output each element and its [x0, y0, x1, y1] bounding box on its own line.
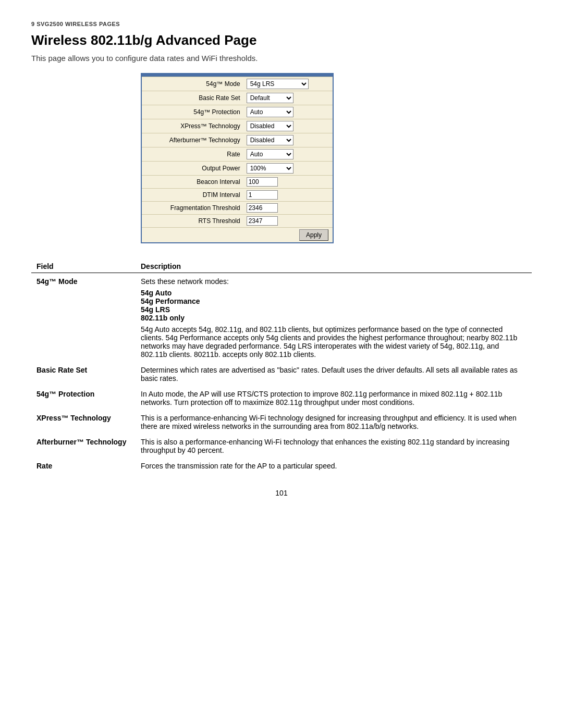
- field-input-cell: 54g Auto54g Performance54g LRS802.11b on…: [244, 77, 333, 91]
- form-row: DTIM Interval: [141, 188, 333, 201]
- page-subtitle: This page allows you to configure data r…: [31, 54, 532, 63]
- form-row: Beacon Interval: [141, 175, 333, 188]
- field-text-input[interactable]: [247, 216, 278, 226]
- desc-field-name: XPress™ Technology: [31, 410, 136, 434]
- field-label: Output Power: [141, 161, 244, 175]
- apply-cell: Apply: [141, 227, 333, 243]
- desc-row: RateForces the transmission rate for the…: [31, 458, 532, 473]
- desc-row: XPress™ TechnologyThis is a performance-…: [31, 410, 532, 434]
- field-select[interactable]: DisabledEnabled: [247, 135, 293, 145]
- form-row: Basic Rate SetDefaultAll1-2 Mbps: [141, 91, 333, 105]
- settings-table: 54g™ Mode54g Auto54g Performance54g LRS8…: [141, 73, 334, 243]
- field-select[interactable]: Auto1 Mbps2 Mbps5.5 Mbps11 Mbps6 Mbps9 M…: [247, 149, 293, 159]
- field-text-input[interactable]: [247, 177, 278, 187]
- field-input-cell: [244, 214, 333, 227]
- apply-button[interactable]: Apply: [299, 229, 328, 241]
- field-label: Fragmentation Threshold: [141, 201, 244, 214]
- mode-list-item: 802.11b only: [141, 314, 527, 322]
- field-select[interactable]: 54g Auto54g Performance54g LRS802.11b on…: [247, 79, 309, 89]
- form-row: XPress™ TechnologyDisabledEnabled: [141, 119, 333, 133]
- description-header: Description: [136, 259, 532, 273]
- mode-list-item: 54g LRS: [141, 305, 527, 314]
- desc-row: 54g™ ProtectionIn Auto mode, the AP will…: [31, 386, 532, 410]
- desc-row: Basic Rate SetDetermines which rates are…: [31, 362, 532, 386]
- desc-field-description: This is a performance-enhancing Wi-Fi te…: [136, 410, 532, 434]
- field-label: Afterburner™ Technology: [141, 133, 244, 147]
- field-header: Field: [31, 259, 136, 273]
- field-label: 54g™ Mode: [141, 77, 244, 91]
- form-row: RateAuto1 Mbps2 Mbps5.5 Mbps11 Mbps6 Mbp…: [141, 147, 333, 161]
- field-text-input[interactable]: [247, 190, 278, 200]
- page-number: 101: [31, 489, 532, 497]
- field-select[interactable]: DefaultAll1-2 Mbps: [247, 93, 293, 103]
- form-row: Output Power100%75%50%25%10%: [141, 161, 333, 175]
- desc-field-name: 54g™ Protection: [31, 386, 136, 410]
- desc-field-name: 54g™ Mode: [31, 273, 136, 362]
- field-label: RTS Threshold: [141, 214, 244, 227]
- field-select[interactable]: 100%75%50%25%10%: [247, 163, 293, 174]
- field-label: Basic Rate Set: [141, 91, 244, 105]
- mode-list-item: 54g Performance: [141, 297, 527, 305]
- field-label: Beacon Interval: [141, 175, 244, 188]
- desc-field-name: Rate: [31, 458, 136, 473]
- field-text-input[interactable]: [247, 203, 278, 213]
- desc-row: 54g™ ModeSets these network modes:54g Au…: [31, 273, 532, 362]
- field-label: XPress™ Technology: [141, 119, 244, 133]
- desc-header-row: Field Description: [31, 259, 532, 273]
- desc-field-description: Sets these network modes:54g Auto54g Per…: [136, 273, 532, 362]
- field-input-cell: [244, 188, 333, 201]
- desc-field-description: In Auto mode, the AP will use RTS/CTS pr…: [136, 386, 532, 410]
- apply-row: Apply: [141, 227, 333, 243]
- field-input-cell: [244, 175, 333, 188]
- field-label: 54g™ Protection: [141, 105, 244, 119]
- form-row: Fragmentation Threshold: [141, 201, 333, 214]
- desc-field-description: This is also a performance-enhancing Wi-…: [136, 434, 532, 458]
- desc-field-name: Afterburner™ Technology: [31, 434, 136, 458]
- field-select[interactable]: AutoOff: [247, 107, 293, 117]
- field-input-cell: 100%75%50%25%10%: [244, 161, 333, 175]
- desc-field-description: Forces the transmission rate for the AP …: [136, 458, 532, 473]
- mode-list-item: 54g Auto: [141, 289, 527, 297]
- form-container: 54g™ Mode54g Auto54g Performance54g LRS8…: [141, 73, 334, 243]
- field-input-cell: AutoOff: [244, 105, 333, 119]
- field-input-cell: Auto1 Mbps2 Mbps5.5 Mbps11 Mbps6 Mbps9 M…: [244, 147, 333, 161]
- field-label: DTIM Interval: [141, 188, 244, 201]
- field-input-cell: DisabledEnabled: [244, 119, 333, 133]
- field-select[interactable]: DisabledEnabled: [247, 121, 293, 131]
- field-input-cell: DefaultAll1-2 Mbps: [244, 91, 333, 105]
- field-label: Rate: [141, 147, 244, 161]
- desc-row: Afterburner™ TechnologyThis is also a pe…: [31, 434, 532, 458]
- description-table: Field Description 54g™ ModeSets these ne…: [31, 259, 532, 473]
- field-input-cell: DisabledEnabled: [244, 133, 333, 147]
- section-label: 9 SVG2500 WIRELESS PAGES: [31, 21, 532, 27]
- desc-field-name: Basic Rate Set: [31, 362, 136, 386]
- page-title: Wireless 802.11b/g Advanced Page: [31, 32, 532, 48]
- form-row: 54g™ ProtectionAutoOff: [141, 105, 333, 119]
- field-input-cell: [244, 201, 333, 214]
- form-row: Afterburner™ TechnologyDisabledEnabled: [141, 133, 333, 147]
- desc-field-description: Determines which rates are advertised as…: [136, 362, 532, 386]
- form-row: 54g™ Mode54g Auto54g Performance54g LRS8…: [141, 77, 333, 91]
- form-row: RTS Threshold: [141, 214, 333, 227]
